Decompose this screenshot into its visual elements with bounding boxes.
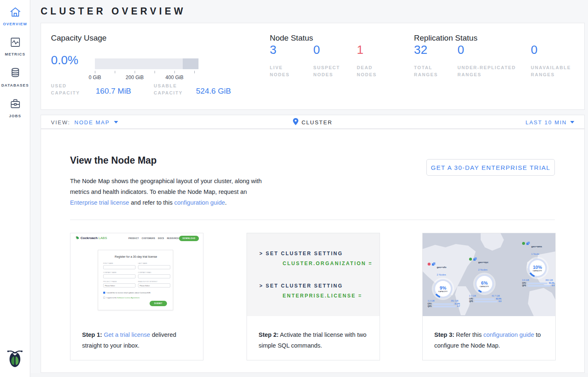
breadcrumb-cluster: CLUSTER — [302, 119, 333, 126]
sql-prompt-1: > SET CLUSTER SETTING — [259, 251, 343, 256]
download-button: DOWNLOAD — [179, 236, 199, 241]
used-gib: 3.6 GiB — [522, 279, 529, 281]
capacity-bar-chart — [95, 58, 198, 69]
mini-site-header: 🪲 Cockroach LABS PRODUCT CUSTOMERS DOCS … — [70, 233, 203, 244]
error-badge-icon — [428, 263, 431, 266]
sidebar-item-databases[interactable]: DATABASES — [0, 60, 30, 92]
qps-row: QPS4.4 — [522, 285, 554, 287]
jobs-icon — [10, 98, 21, 111]
axis-tick — [174, 71, 175, 73]
axis-tick — [95, 71, 95, 73]
replication-status-section: Replication Status 32 TOTAL RANGES 0 UND… — [414, 34, 580, 43]
axis-tick — [194, 71, 195, 73]
axis-tick — [115, 71, 115, 73]
unavailable-ranges-label: UNAVAILABLE RANGES — [531, 64, 581, 78]
step2-label: Step 2: — [259, 331, 278, 338]
total-ranges-stat: 32 TOTAL RANGES — [414, 34, 447, 78]
live-nodes-label: LIVE NODES — [270, 64, 303, 78]
ok-badge-icon — [522, 242, 525, 245]
live-nodes-value: 3 — [270, 43, 303, 57]
metrics-icon — [10, 37, 21, 49]
sql-value-2: ENTERPRISE.LICENSE = — [283, 293, 362, 299]
breadcrumb: CLUSTER — [41, 115, 584, 129]
step3-label: Step 3: — [434, 331, 454, 338]
under-replicated-label: UNDER-REPLICATED RANGES — [457, 64, 524, 78]
map-node-nyc: geo=nyc2 Nodes 6%CAPACITY 3.7 GiB43.7 Gi… — [469, 257, 506, 302]
usable-capacity-label: USABLE CAPACITY — [154, 82, 193, 97]
trial-registration-screenshot: 🪲 Cockroach LABS PRODUCT CUSTOMERS DOCS … — [70, 233, 203, 316]
configuration-guide-link[interactable]: configuration guide — [174, 199, 225, 206]
sql-prompt-2: > SET CLUSTER SETTING — [259, 283, 343, 289]
locality-node-count: 1 Node — [531, 253, 539, 255]
axis-tick — [155, 71, 155, 73]
node-map-panel: View the Node Map GET A 30-DAY ENTERPRIS… — [41, 129, 585, 373]
suspect-nodes-stat: 0 SUSPECT NODES — [313, 34, 346, 78]
nav-docs: DOCS — [158, 237, 164, 239]
under-replicated-value: 0 — [457, 43, 524, 57]
locality-name: geo=nyc — [478, 261, 489, 263]
cluster-summary-card: Capacity Usage 0.0% 0 GiB 200 GiB 400 Gi… — [41, 23, 585, 110]
chevron-down-icon — [570, 121, 574, 123]
cpu-row: CPU42.5% — [469, 298, 501, 300]
first-name-field: FIRST NAME — [103, 263, 136, 269]
form-title: Register for a 30-day trial license — [98, 255, 174, 258]
time-range-selector[interactable]: LAST 10 MIN — [525, 115, 574, 129]
locality-node-count: 2 Nodes — [478, 268, 487, 271]
total-ranges-label: TOTAL RANGES — [414, 64, 447, 78]
locality-name: geo=ams — [531, 245, 542, 248]
project-phase-field: PROJECT PHASEPlease Select — [103, 281, 136, 288]
enterprise-trial-button[interactable]: GET A 30-DAY ENTERPRISE TRIAL — [426, 159, 555, 176]
sidebar-item-overview[interactable]: OVERVIEW — [0, 0, 30, 30]
time-range-value[interactable]: LAST 10 MIN — [525, 119, 567, 126]
capacity-gauge: 6%CAPACITY — [475, 274, 494, 293]
live-nodes-stat: 3 LIVE NODES — [270, 34, 303, 78]
enterprise-trial-license-link[interactable]: Enterprise trial license — [70, 199, 129, 206]
qps-row: QPS0.0 — [469, 300, 501, 302]
cockroachdb-bug-logo — [6, 348, 24, 371]
used-gib: 3.2 GiB — [428, 300, 435, 302]
capacity-percent: 0.0% — [51, 53, 78, 67]
configuration-guide-link-2[interactable]: configuration guide — [483, 331, 534, 338]
step3-card: geo=sfo2 Nodes 9%CAPACITY 3.2 GiB351 GiB… — [422, 233, 556, 360]
locality-node-count: 2 Nodes — [437, 273, 446, 276]
description-text-2: and refer to this — [129, 199, 174, 206]
home-icon — [10, 7, 21, 19]
sidebar-item-metrics[interactable]: METRICS — [0, 30, 30, 60]
used-capacity-value: 160.7 MiB — [96, 87, 131, 96]
capacity-gauge: 9%CAPACITY — [433, 279, 452, 298]
ok-badge-icon — [469, 258, 472, 261]
locality-name: geo=sfo — [437, 266, 446, 268]
location-pin-icon — [293, 118, 298, 127]
dead-nodes-label: DEAD NODES — [357, 64, 390, 78]
dead-nodes-stat: 1 DEAD NODES — [357, 34, 390, 78]
node-cube-icon — [432, 262, 436, 266]
capacity-bar-segment — [183, 58, 198, 69]
main-content: CLUSTER OVERVIEW Capacity Usage 0.0% 0 G… — [31, 0, 588, 377]
suspect-nodes-label: SUSPECT NODES — [313, 64, 346, 78]
divider — [70, 220, 555, 220]
company-email-field: COMPANY EMAIL — [138, 272, 170, 278]
sidebar-item-jobs[interactable]: JOBS — [0, 92, 30, 122]
map-node-sfo: geo=sfo2 Nodes 9%CAPACITY 3.2 GiB351 GiB… — [428, 262, 465, 307]
step3-text-1: Refer this — [454, 331, 483, 338]
cockroach-labs-logo: 🪲 Cockroach LABS — [75, 236, 107, 240]
node-map-preview: geo=sfo2 Nodes 9%CAPACITY 3.2 GiB351 GiB… — [423, 233, 555, 316]
get-trial-license-link[interactable]: Get a trial license — [104, 331, 150, 338]
capacity-usage-section: Capacity Usage 0.0% 0 GiB 200 GiB 400 Gi… — [51, 34, 266, 43]
dead-nodes-value: 1 — [357, 43, 390, 57]
suspect-nodes-value: 0 — [313, 43, 346, 57]
node-status-section: Node Status 3 LIVE NODES 0 SUSPECT NODES… — [270, 34, 407, 43]
page-background — [31, 373, 588, 377]
step3-caption: Step 3: Refer this configuration guide t… — [434, 329, 545, 351]
unavailable-ranges-stat: 0 UNAVAILABLE RANGES — [531, 34, 581, 78]
step1-card: 🪲 Cockroach LABS PRODUCT CUSTOMERS DOCS … — [70, 233, 203, 360]
axis-label-200: 200 GiB — [126, 75, 143, 80]
node-cube-icon — [526, 242, 530, 245]
used-gib: 3.7 GiB — [469, 295, 476, 297]
under-replicated-stat: 0 UNDER-REPLICATED RANGES — [457, 34, 524, 78]
node-map-heading: View the Node Map — [70, 155, 157, 166]
capacity-gauge: 10%CAPACITY — [528, 259, 547, 278]
sidebar-label-jobs: JOBS — [0, 114, 30, 118]
last-name-field: LAST NAME — [138, 263, 170, 269]
usable-capacity-value: 524.6 GiB — [196, 87, 231, 96]
